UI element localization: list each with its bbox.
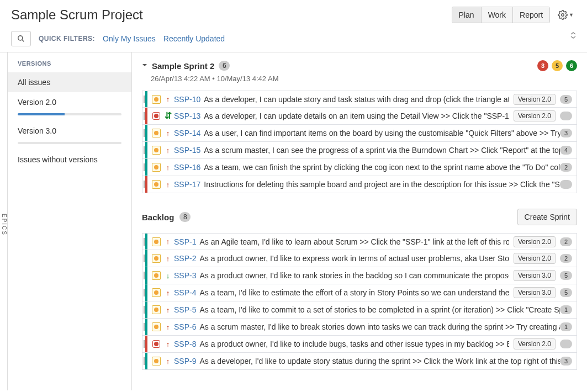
estimate-badge: 3 [560, 357, 572, 365]
sprint-dates: 26/Apr/13 4:22 AM • 10/May/13 4:42 AM [151, 75, 577, 83]
version-progress [18, 142, 121, 144]
sidebar-item[interactable]: Version 2.0 [8, 92, 131, 121]
estimate-badge: 1 [560, 305, 572, 314]
version-tag[interactable]: Version 2.0 [514, 236, 556, 247]
issue-summary: As a developer, I can update details on … [204, 112, 509, 120]
version-tag[interactable]: Version 3.0 [514, 287, 556, 298]
create-sprint-button[interactable]: Create Sprint [517, 209, 577, 225]
epic-color-bar [145, 267, 147, 284]
issue-key-link[interactable]: SSP-1 [174, 237, 196, 246]
page-title: Sample Scrum Project [11, 7, 143, 23]
epic-color-bar [145, 159, 147, 176]
svg-point-0 [562, 14, 564, 17]
story-icon [152, 288, 161, 297]
issue-row[interactable]: ↑SSP-6As a scrum master, I'd like to bre… [142, 319, 577, 336]
story-icon [152, 163, 161, 172]
priority-high-icon: ↑ [164, 129, 172, 137]
epic-color-bar [145, 336, 147, 352]
issue-key-link[interactable]: SSP-2 [174, 254, 196, 263]
priority-low-icon: ↓ [164, 272, 172, 280]
priority-high-icon: ↑ [164, 255, 172, 263]
story-icon [152, 95, 161, 104]
issue-row[interactable]: ⇵SSP-13As a developer, I can update deta… [142, 108, 577, 125]
issue-row[interactable]: ↑SSP-4As a team, I'd like to estimate th… [142, 284, 577, 301]
expand-toggle[interactable] [570, 32, 576, 40]
epic-color-bar [145, 234, 147, 250]
status-done-count[interactable]: 6 [566, 60, 577, 71]
status-todo-count[interactable]: 3 [537, 60, 548, 71]
epic-color-bar [145, 142, 147, 158]
estimate-badge: 2 [560, 237, 572, 246]
priority-high-icon: ↑ [164, 237, 172, 246]
estimate-badge [560, 180, 572, 189]
sidebar-item[interactable]: Version 3.0 [8, 121, 131, 150]
issue-key-link[interactable]: SSP-8 [174, 340, 196, 348]
sidebar-item[interactable]: Issues without versions [8, 150, 131, 169]
sprint-collapse-toggle[interactable] [142, 62, 147, 69]
issue-key-link[interactable]: SSP-9 [174, 357, 196, 365]
estimate-badge [560, 340, 572, 348]
issue-row[interactable]: ↑SSP-5As a team, I'd like to commit to a… [142, 301, 577, 319]
sidebar-item-label: Version 3.0 [18, 126, 121, 135]
issue-key-link[interactable]: SSP-15 [174, 146, 200, 155]
sidebar-item-label: Version 2.0 [18, 98, 121, 107]
sidebar-item[interactable]: All issues [8, 72, 131, 92]
issue-row[interactable]: ↑SSP-17Instructions for deleting this sa… [142, 176, 577, 193]
epic-color-bar [145, 250, 147, 267]
status-inprogress-count[interactable]: 5 [552, 60, 563, 71]
issue-row[interactable]: ↑SSP-2As a product owner, I'd like to ex… [142, 250, 577, 267]
report-tab[interactable]: Report [513, 7, 549, 23]
issue-key-link[interactable]: SSP-4 [174, 288, 196, 297]
issue-key-link[interactable]: SSP-6 [174, 322, 196, 331]
bug-icon [152, 340, 161, 348]
plan-tab[interactable]: Plan [452, 7, 482, 23]
sprint-title: Sample Sprint 2 [152, 61, 214, 71]
view-switcher: Plan Work Report [452, 7, 550, 23]
version-progress [18, 113, 121, 115]
version-tag[interactable]: Version 2.0 [514, 110, 556, 121]
estimate-badge: 1 [560, 322, 572, 331]
epic-color-bar [145, 301, 147, 318]
filter-recently-updated[interactable]: Recently Updated [163, 34, 225, 43]
version-tag[interactable]: Version 2.0 [514, 94, 556, 105]
epics-panel-toggle[interactable]: EPICS [0, 52, 8, 390]
issue-row[interactable]: ↑SSP-1As an Agile team, I'd like to lear… [142, 233, 577, 250]
issue-summary: As a scrum master, I can see the progres… [204, 146, 560, 155]
issue-key-link[interactable]: SSP-13 [174, 112, 200, 120]
issue-row[interactable]: ↑SSP-15As a scrum master, I can see the … [142, 142, 577, 159]
estimate-badge: 2 [560, 163, 572, 172]
issue-key-link[interactable]: SSP-17 [174, 180, 200, 189]
issue-summary: As a product owner, I'd like to include … [199, 340, 509, 348]
issue-key-link[interactable]: SSP-5 [174, 305, 196, 314]
backlog-title: Backlog [142, 213, 174, 222]
priority-high-icon: ↑ [164, 323, 172, 331]
filter-only-my-issues[interactable]: Only My Issues [103, 34, 156, 43]
issue-row[interactable]: ↑SSP-16As a team, we can finish the spri… [142, 159, 577, 176]
issue-summary: As a product owner, I'd like to express … [199, 254, 509, 263]
epic-color-bar [145, 108, 147, 124]
story-icon [152, 305, 161, 314]
issue-key-link[interactable]: SSP-16 [174, 163, 200, 172]
search-button[interactable] [11, 31, 31, 46]
issue-key-link[interactable]: SSP-14 [174, 129, 200, 137]
sprint-status-summary: 3 5 6 [537, 60, 577, 71]
version-tag[interactable]: Version 2.0 [514, 338, 556, 349]
issue-key-link[interactable]: SSP-3 [174, 271, 196, 280]
issue-key-link[interactable]: SSP-10 [174, 95, 200, 104]
board-settings-dropdown[interactable]: ▼ [556, 8, 576, 22]
priority-high-icon: ↑ [164, 181, 172, 189]
version-tag[interactable]: Version 3.0 [514, 270, 556, 281]
search-icon [17, 35, 25, 43]
epic-color-bar [145, 353, 147, 369]
svg-point-1 [18, 36, 23, 40]
issue-row[interactable]: ↑SSP-9As a developer, I'd like to update… [142, 353, 577, 370]
epic-color-bar [145, 125, 147, 141]
work-tab[interactable]: Work [482, 7, 513, 23]
issue-summary: Instructions for deleting this sample bo… [204, 180, 560, 189]
issue-row[interactable]: ↓SSP-3As a product owner, I'd like to ra… [142, 267, 577, 284]
estimate-badge [560, 112, 572, 120]
issue-row[interactable]: ↑SSP-14As a user, I can find important i… [142, 125, 577, 142]
issue-row[interactable]: ↑SSP-10As a developer, I can update stor… [142, 91, 577, 108]
version-tag[interactable]: Version 2.0 [514, 253, 556, 264]
issue-row[interactable]: ↑SSP-8As a product owner, I'd like to in… [142, 336, 577, 353]
